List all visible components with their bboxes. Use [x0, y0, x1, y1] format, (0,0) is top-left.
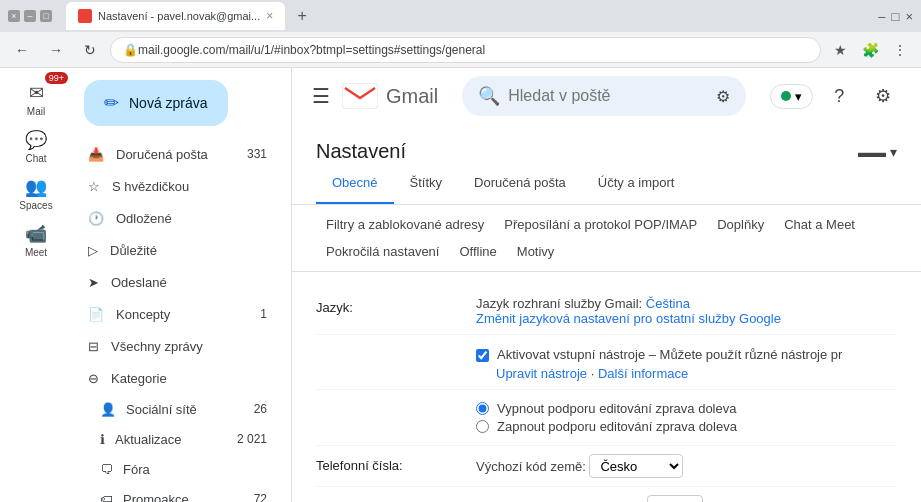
- language-row: Jazyk: Jazyk rozhraní služby Gmail: Češt…: [316, 288, 897, 335]
- status-chevron: ▾: [795, 89, 802, 104]
- compose-label: Nová zpráva: [129, 95, 208, 111]
- settings-title: Nastavení: [316, 140, 406, 163]
- language-change-link[interactable]: Změnit jazyková nastavení pro ostatní sl…: [476, 311, 781, 326]
- inbox-count: 331: [247, 147, 267, 161]
- window-close-btn[interactable]: ×: [8, 10, 20, 22]
- status-button[interactable]: ▾: [770, 84, 813, 109]
- important-icon: ▷: [88, 243, 98, 258]
- apps-grid-button[interactable]: ⠿: [909, 78, 921, 114]
- meet-icon: 📹: [25, 223, 47, 245]
- category-forums[interactable]: 🗨 Fóra: [72, 454, 283, 484]
- page-size-value: Počet konverzací na stránku: 10 25 50 10…: [476, 495, 897, 502]
- updates-count: 2 021: [237, 432, 267, 446]
- rtl-value: Vypnout podporu editování zprava doleva …: [476, 398, 897, 437]
- sent-label: Odeslané: [111, 275, 167, 290]
- social-count: 26: [254, 402, 267, 416]
- rtl-label: [316, 398, 476, 437]
- search-input[interactable]: [508, 87, 708, 105]
- browser-minimize[interactable]: –: [878, 9, 885, 24]
- subtab-addons[interactable]: Doplňky: [707, 211, 774, 238]
- sidebar-item-all[interactable]: ⊟ Všechny zprávy: [72, 330, 283, 362]
- sidebar-item-meet[interactable]: 📹 Meet: [0, 217, 72, 264]
- category-updates[interactable]: ℹ Aktualizace 2 021: [72, 424, 283, 454]
- window-min-btn[interactable]: –: [24, 10, 36, 22]
- settings-more-label: ▬▬: [858, 144, 886, 160]
- search-tune-icon[interactable]: ⚙: [716, 87, 730, 106]
- hamburger-icon[interactable]: ☰: [308, 80, 334, 112]
- subtab-filters[interactable]: Filtry a zablokované adresy: [316, 211, 494, 238]
- subtab-offline[interactable]: Offline: [449, 238, 506, 265]
- refresh-button[interactable]: ↻: [76, 36, 104, 64]
- forums-label: Fóra: [123, 462, 150, 477]
- address-text: mail.google.com/mail/u/1/#inbox?btmpl=se…: [138, 43, 485, 57]
- spaces-icon: 👥: [25, 176, 47, 198]
- subtab-advanced[interactable]: Pokročilá nastavení: [316, 238, 449, 265]
- phone-value: Výchozí kód země: Česko Slovensko: [476, 454, 897, 478]
- compose-button[interactable]: ✏ Nová zpráva: [84, 80, 228, 126]
- settings-panel: Nastavení ▬▬ ▾ Obecné Štítky Doručená po…: [292, 124, 921, 502]
- sidebar-item-spaces[interactable]: 👥 Spaces: [0, 170, 72, 217]
- forums-icon: 🗨: [100, 462, 113, 477]
- subtab-chat[interactable]: Chat a Meet: [774, 211, 865, 238]
- language-prefix: Jazyk rozhraní služby Gmail:: [476, 296, 646, 311]
- promos-icon: 🏷: [100, 492, 113, 503]
- inbox-label: Doručená pošta: [116, 147, 208, 162]
- browser-tab[interactable]: Nastavení - pavel.novak@gmai... ×: [66, 2, 285, 30]
- browser-maximize[interactable]: □: [892, 9, 900, 24]
- window-max-btn[interactable]: □: [40, 10, 52, 22]
- tab-close-btn[interactable]: ×: [266, 9, 273, 23]
- rtl-on-radio[interactable]: [476, 420, 489, 433]
- extension-icon[interactable]: 🧩: [857, 37, 883, 63]
- category-promos[interactable]: 🏷 Promoakce 72: [72, 484, 283, 502]
- rtl-row: Vypnout podporu editování zprava doleva …: [316, 390, 897, 446]
- sidebar-item-important[interactable]: ▷ Důležité: [72, 234, 283, 266]
- browser-toolbar: ← → ↻ 🔒 mail.google.com/mail/u/1/#inbox?…: [0, 32, 921, 68]
- tab-accounts[interactable]: Účty a import: [582, 163, 691, 204]
- tab-general[interactable]: Obecné: [316, 163, 394, 204]
- social-icon: 👤: [100, 402, 116, 417]
- edit-tools-link[interactable]: Upravit nástroje: [496, 366, 587, 381]
- sidebar-item-sent[interactable]: ➤ Odeslané: [72, 266, 283, 298]
- subtab-forwarding[interactable]: Přeposílání a protokol POP/IMAP: [494, 211, 707, 238]
- phone-country-select[interactable]: Česko Slovensko: [589, 454, 683, 478]
- settings-body: Jazyk: Jazyk rozhraní služby Gmail: Češt…: [292, 272, 921, 502]
- subtab-themes[interactable]: Motivy: [507, 238, 565, 265]
- tab-title: Nastavení - pavel.novak@gmai...: [98, 10, 260, 22]
- sidebar-item-inbox[interactable]: 📥 Doručená pošta 331: [72, 138, 283, 170]
- sidebar-item-drafts[interactable]: 📄 Koncepty 1: [72, 298, 283, 330]
- sidebar-item-mail[interactable]: 99+ ✉ Mail: [0, 76, 72, 123]
- category-social[interactable]: 👤 Sociální sítě 26: [72, 394, 283, 424]
- sidebar-item-category[interactable]: ⊖ Kategorie: [72, 362, 283, 394]
- drafts-label: Koncepty: [116, 307, 170, 322]
- input-tools-checkbox[interactable]: [476, 349, 489, 362]
- tab-inbox[interactable]: Doručená pošta: [458, 163, 582, 204]
- page-size-select[interactable]: 10 25 50 100: [647, 495, 703, 502]
- sidebar-item-chat[interactable]: 💬 Chat: [0, 123, 72, 170]
- sidebar-item-starred[interactable]: ☆ S hvězdičkou: [72, 170, 283, 202]
- back-button[interactable]: ←: [8, 36, 36, 64]
- toolbar-icons: ★ 🧩 ⋮: [827, 37, 913, 63]
- rtl-off-radio[interactable]: [476, 402, 489, 415]
- mail-icon: ✉: [29, 82, 44, 104]
- help-button[interactable]: ?: [821, 78, 857, 114]
- settings-more-button[interactable]: ▬▬ ▾: [858, 144, 897, 160]
- input-tools-row: Aktivovat vstupní nástroje – Můžete použ…: [316, 335, 897, 390]
- bookmark-icon[interactable]: ★: [827, 37, 853, 63]
- sidebar-narrow: 99+ ✉ Mail 💬 Chat 👥 Spaces 📹 Meet: [0, 68, 72, 502]
- inbox-icon: 📥: [88, 147, 104, 162]
- settings-icon[interactable]: ⋮: [887, 37, 913, 63]
- phone-select-label: Výchozí kód země:: [476, 459, 589, 474]
- search-bar[interactable]: 🔍 ⚙: [462, 76, 746, 116]
- forward-button[interactable]: →: [42, 36, 70, 64]
- more-info-link-tools[interactable]: Další informace: [598, 366, 688, 381]
- settings-gear-button[interactable]: ⚙: [865, 78, 901, 114]
- rtl-off-row: Vypnout podporu editování zprava doleva: [476, 401, 897, 416]
- browser-close[interactable]: ×: [905, 9, 913, 24]
- tab-labels[interactable]: Štítky: [394, 163, 459, 204]
- settings-tabs: Obecné Štítky Doručená pošta Účty a impo…: [292, 163, 921, 205]
- new-tab-button[interactable]: +: [291, 5, 313, 27]
- updates-label: Aktualizace: [115, 432, 181, 447]
- sidebar-item-snoozed[interactable]: 🕐 Odložené: [72, 202, 283, 234]
- address-bar[interactable]: 🔒 mail.google.com/mail/u/1/#inbox?btmpl=…: [110, 37, 821, 63]
- mail-label: Mail: [27, 106, 45, 117]
